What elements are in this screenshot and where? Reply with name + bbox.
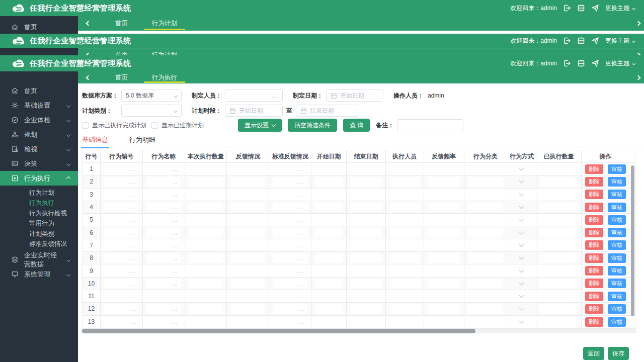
sidebar-item-home[interactable]: 首页 bbox=[0, 83, 78, 98]
cell-standard-feedback[interactable]: ... bbox=[273, 203, 307, 212]
delete-button[interactable]: 删除 bbox=[585, 177, 603, 187]
cell-feedback-freq[interactable] bbox=[428, 279, 460, 288]
cell-executor[interactable] bbox=[389, 266, 420, 276]
cell-behavior-mode[interactable] bbox=[507, 175, 536, 188]
cell-feedback[interactable] bbox=[230, 228, 265, 237]
logout-icon[interactable] bbox=[563, 37, 571, 45]
cell-feedback-freq[interactable] bbox=[428, 228, 460, 237]
clear-filters-button[interactable]: 清空筛选条件 bbox=[288, 119, 337, 132]
sidebar-item-system-mgmt[interactable]: 系统管理 bbox=[0, 267, 78, 282]
cell-end-date[interactable] bbox=[350, 228, 382, 237]
display-settings-button[interactable]: 显示设置 bbox=[238, 119, 282, 132]
submenu-item-behavior-exec-review[interactable]: 行为执行检视 bbox=[0, 208, 78, 219]
cell-executed-count[interactable] bbox=[540, 228, 578, 237]
logout-icon[interactable] bbox=[563, 4, 571, 12]
cell-start-date[interactable] bbox=[315, 240, 343, 250]
cell-standard-feedback[interactable]: ... bbox=[273, 228, 307, 237]
cell-exec-count[interactable] bbox=[189, 240, 223, 250]
cell-start-date[interactable] bbox=[315, 317, 343, 327]
tab-behavior-plan[interactable]: 行为计划 bbox=[144, 48, 185, 55]
cell-executed-count[interactable] bbox=[540, 177, 578, 187]
cell-feedback-freq[interactable] bbox=[428, 253, 460, 263]
cell-end-date[interactable] bbox=[350, 279, 382, 288]
cell-executor[interactable] bbox=[389, 177, 420, 187]
tab-scroll-left[interactable] bbox=[78, 71, 98, 83]
cell-end-date[interactable] bbox=[350, 292, 382, 301]
send-icon[interactable] bbox=[591, 59, 599, 67]
cell-behavior-code[interactable]: ... bbox=[104, 228, 139, 237]
cell-executed-count[interactable] bbox=[540, 215, 578, 225]
cell-exec-count[interactable] bbox=[189, 190, 223, 199]
cell-behavior-name[interactable]: ... bbox=[146, 304, 181, 314]
tab-home[interactable]: 首页 bbox=[107, 16, 136, 31]
vertical-scrollbar-thumb[interactable] bbox=[631, 165, 634, 316]
tab-behavior-detail[interactable]: 行为明细 bbox=[129, 135, 155, 148]
cell-feedback[interactable] bbox=[230, 164, 265, 174]
cell-behavior-mode[interactable] bbox=[507, 290, 536, 302]
cell-executor[interactable] bbox=[389, 279, 420, 288]
cell-executed-count[interactable] bbox=[540, 190, 578, 199]
cell-behavior-mode[interactable] bbox=[507, 214, 536, 226]
cell-exec-count[interactable] bbox=[189, 164, 223, 174]
show-expired-checkbox[interactable] bbox=[151, 122, 158, 129]
cell-behavior-mode[interactable] bbox=[507, 252, 536, 264]
audit-button[interactable]: 审核 bbox=[608, 292, 626, 301]
cell-behavior-category[interactable] bbox=[468, 190, 504, 199]
cell-behavior-name[interactable]: ... bbox=[146, 228, 181, 237]
tab-scroll-left[interactable] bbox=[78, 48, 98, 55]
cell-behavior-mode[interactable] bbox=[507, 163, 536, 175]
cell-executor[interactable] bbox=[389, 317, 420, 327]
tab-home[interactable]: 首页 bbox=[107, 48, 136, 55]
cell-behavior-category[interactable] bbox=[468, 228, 504, 237]
sidebar-item-basic-settings[interactable]: 基础设置 bbox=[0, 98, 78, 113]
cell-behavior-category[interactable] bbox=[468, 177, 504, 187]
cell-feedback[interactable] bbox=[230, 190, 265, 199]
split-screen-icon[interactable] bbox=[577, 37, 585, 45]
delete-button[interactable]: 删除 bbox=[585, 203, 603, 212]
cell-behavior-name[interactable]: ... bbox=[146, 203, 181, 212]
cell-behavior-name[interactable]: ... bbox=[146, 317, 181, 327]
cell-standard-feedback[interactable]: ... bbox=[273, 215, 307, 225]
cell-start-date[interactable] bbox=[315, 203, 343, 212]
maker-input[interactable]: ... bbox=[225, 89, 283, 102]
cell-behavior-category[interactable] bbox=[468, 317, 504, 327]
cell-end-date[interactable] bbox=[350, 317, 382, 327]
cell-executor[interactable] bbox=[389, 292, 420, 301]
cell-standard-feedback[interactable]: ... bbox=[273, 317, 307, 327]
sidebar-item-home-partial[interactable]: 首页 bbox=[0, 22, 78, 33]
cell-feedback-freq[interactable] bbox=[428, 164, 460, 174]
cell-standard-feedback[interactable]: ... bbox=[273, 279, 307, 288]
tab-basic-info[interactable]: 基础信息 bbox=[82, 135, 108, 148]
split-screen-icon[interactable] bbox=[577, 4, 585, 12]
db-scheme-select[interactable]: 5.0 数据库 bbox=[121, 89, 182, 102]
submenu-item-behavior-plan[interactable]: 行为计划 bbox=[0, 188, 78, 198]
plan-type-select[interactable] bbox=[121, 105, 182, 117]
cell-feedback[interactable] bbox=[230, 317, 265, 327]
cell-feedback[interactable] bbox=[230, 266, 265, 276]
theme-switcher[interactable]: 更换主题 bbox=[605, 59, 635, 68]
cell-behavior-mode[interactable] bbox=[507, 264, 536, 277]
cell-feedback-freq[interactable] bbox=[428, 240, 460, 250]
cell-executed-count[interactable] bbox=[540, 266, 578, 276]
tab-scroll-left[interactable] bbox=[78, 16, 98, 31]
audit-button[interactable]: 审核 bbox=[608, 177, 626, 187]
cell-behavior-mode[interactable] bbox=[507, 189, 536, 201]
cell-feedback-freq[interactable] bbox=[428, 292, 460, 301]
cell-start-date[interactable] bbox=[315, 190, 343, 199]
cell-executor[interactable] bbox=[389, 304, 420, 314]
cell-behavior-code[interactable]: ... bbox=[104, 292, 139, 301]
delete-button[interactable]: 删除 bbox=[585, 304, 603, 314]
audit-button[interactable]: 审核 bbox=[608, 228, 626, 237]
cell-end-date[interactable] bbox=[350, 240, 382, 250]
cell-behavior-category[interactable] bbox=[468, 304, 504, 314]
cell-start-date[interactable] bbox=[315, 164, 343, 174]
cell-end-date[interactable] bbox=[350, 253, 382, 263]
cell-feedback-freq[interactable] bbox=[428, 304, 460, 314]
cell-executor[interactable] bbox=[389, 240, 420, 250]
cell-start-date[interactable] bbox=[315, 253, 343, 263]
delete-button[interactable]: 删除 bbox=[585, 240, 603, 250]
horizontal-scrollbar[interactable] bbox=[80, 329, 636, 333]
tab-behavior-plan[interactable]: 行为计划 bbox=[144, 16, 185, 31]
cell-executor[interactable] bbox=[389, 228, 420, 237]
cell-executed-count[interactable] bbox=[540, 253, 578, 263]
